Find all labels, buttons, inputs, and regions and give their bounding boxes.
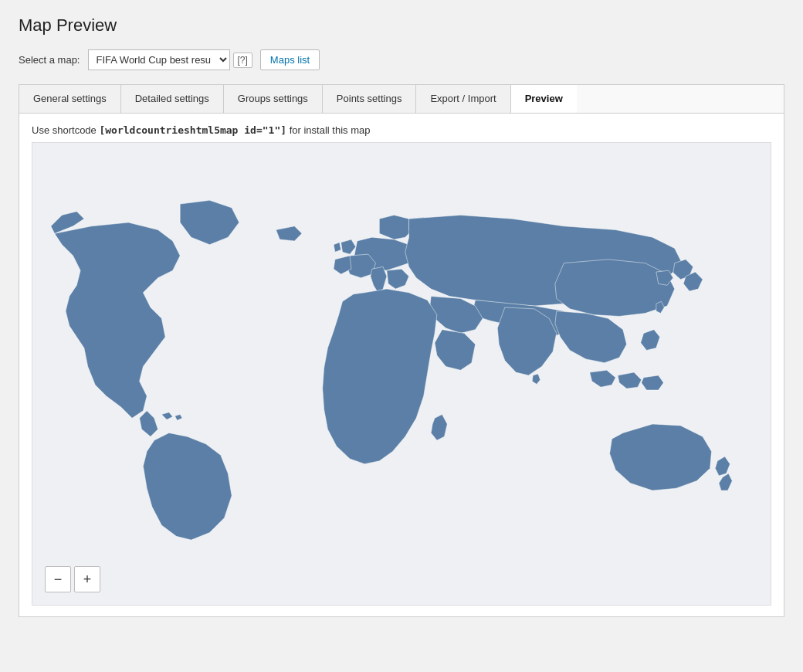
page-title: Map Preview: [19, 15, 784, 36]
tab-export[interactable]: Export / Import: [416, 85, 510, 113]
zoom-in-button[interactable]: +: [74, 566, 100, 592]
tab-preview[interactable]: Preview: [511, 85, 577, 113]
zoom-controls: − +: [45, 566, 100, 592]
select-map-label: Select a map:: [19, 54, 80, 66]
map-preview-area: − +: [32, 142, 771, 606]
map-selector-row: Select a map: FIFA World Cup best resu […: [19, 49, 784, 70]
tab-groups[interactable]: Groups settings: [224, 85, 323, 113]
zoom-out-button[interactable]: −: [45, 566, 71, 592]
shortcode-info: Use shortcode [worldcountrieshtml5map id…: [32, 124, 771, 136]
tab-detailed[interactable]: Detailed settings: [121, 85, 224, 113]
map-select-wrapper: FIFA World Cup best resu [?]: [88, 49, 252, 70]
help-link[interactable]: [?]: [233, 53, 252, 68]
tab-content-preview: Use shortcode [worldcountrieshtml5map id…: [19, 113, 784, 617]
tab-points[interactable]: Points settings: [323, 85, 417, 113]
tab-general[interactable]: General settings: [19, 85, 121, 113]
maps-list-button[interactable]: Maps list: [260, 49, 320, 70]
world-map-svg: [32, 143, 771, 605]
map-select[interactable]: FIFA World Cup best resu: [88, 49, 230, 70]
shortcode-value: [worldcountrieshtml5map id="1"]: [99, 124, 286, 136]
tabs-container: General settings Detailed settings Group…: [19, 84, 784, 113]
